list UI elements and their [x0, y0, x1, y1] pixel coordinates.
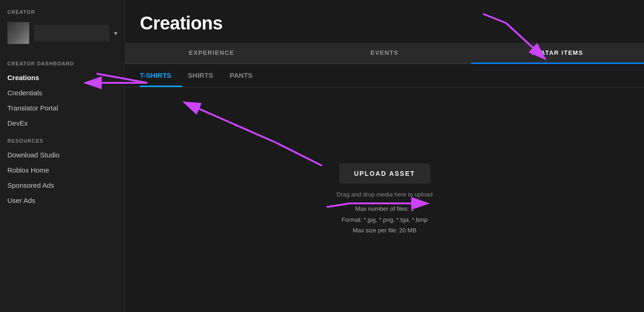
page-title-area: Creations	[125, 0, 644, 43]
sidebar-item-sponsored-ads[interactable]: Sponsored Ads	[0, 178, 125, 193]
sidebar-item-roblox-home[interactable]: Roblox Home	[0, 162, 125, 178]
creator-name-box	[34, 25, 109, 41]
creator-label: CREATOR	[0, 9, 125, 19]
upload-drag-text: Drag and drop media here to upload	[337, 191, 433, 198]
resources-label: RESOURCES	[0, 131, 125, 147]
upload-area: UPLOAD ASSET Drag and drop media here to…	[125, 87, 644, 312]
chevron-down-icon[interactable]: ▾	[114, 29, 117, 37]
sidebar-item-credentials[interactable]: Credentials	[0, 85, 125, 100]
sidebar: CREATOR ▾ CREATOR DASHBOARD Creations Cr…	[0, 0, 125, 312]
upload-info-line-2: Format: *.jpg, *.png, *.tga, *.bmp	[341, 214, 427, 225]
sidebar-item-download-studio[interactable]: Download Studio	[0, 147, 125, 162]
upload-info: Max number of files: 1 Format: *.jpg, *.…	[341, 203, 427, 236]
creator-selector: ▾	[0, 19, 125, 53]
top-tabs: EXPERIENCE EVENTS AVATAR ITEMS	[125, 43, 644, 64]
sidebar-item-devex[interactable]: DevEx	[0, 116, 125, 131]
sidebar-item-translator-portal[interactable]: Translator Portal	[0, 100, 125, 116]
subtab-pants[interactable]: PANTS	[230, 64, 264, 87]
upload-info-line-1: Max number of files: 1	[341, 203, 427, 214]
creator-dashboard-label: CREATOR DASHBOARD	[0, 53, 125, 70]
subtab-shirts[interactable]: SHIRTS	[188, 64, 224, 87]
subtab-t-shirts[interactable]: T-SHIRTS	[140, 64, 182, 87]
sub-tabs: T-SHIRTS SHIRTS PANTS	[125, 64, 644, 87]
avatar	[7, 22, 29, 44]
tab-experience[interactable]: EXPERIENCE	[125, 43, 298, 64]
sidebar-item-user-ads[interactable]: User Ads	[0, 193, 125, 208]
page-title: Creations	[140, 13, 629, 34]
tab-events[interactable]: EVENTS	[298, 43, 471, 64]
tab-avatar-items[interactable]: AVATAR ITEMS	[471, 43, 644, 64]
sidebar-item-creations[interactable]: Creations	[0, 70, 125, 85]
upload-asset-button[interactable]: UPLOAD ASSET	[339, 163, 430, 184]
upload-info-line-3: Max size per file: 20 MB	[341, 225, 427, 236]
main-content: Creations EXPERIENCE EVENTS AVATAR ITEMS…	[125, 0, 644, 312]
